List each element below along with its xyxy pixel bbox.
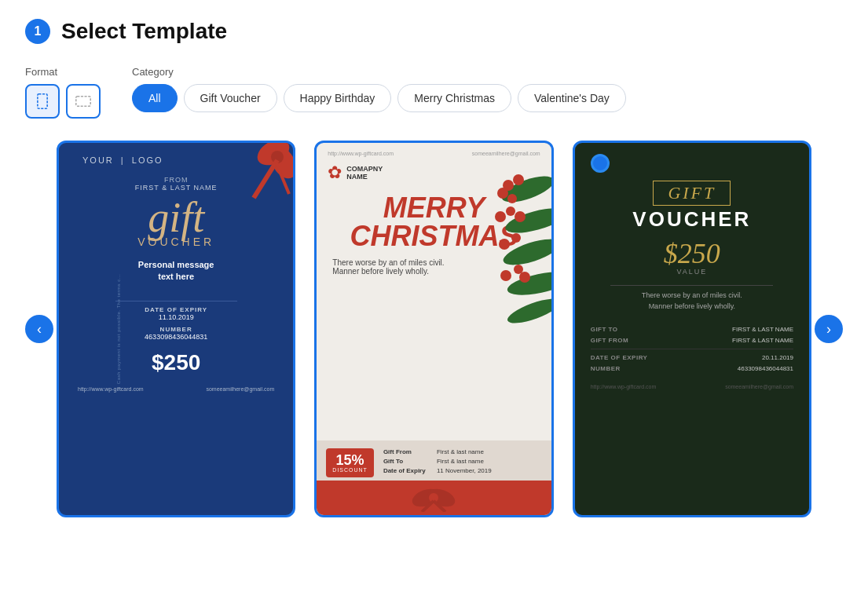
carousel-track: Cash payment is not possible. The terms … [57,141,811,517]
page-title: Select Template [61,19,227,44]
template-card-2[interactable]: http://www.wp-giftcard.com someeamilhere… [314,141,553,517]
category-all-button[interactable]: All [132,84,178,112]
card-1-from-label: From [164,176,189,184]
card-2-details: Gift From First & last name Gift To Firs… [383,448,492,477]
card-3-gift-from-val: FIRST & LAST NAME [732,337,793,344]
svg-rect-0 [38,94,47,108]
card-3-footer-email: someeamilhere@gmail.com [725,384,793,389]
carousel-next-button[interactable]: › [815,315,843,343]
card-2-discount-label: DISCOUNT [332,467,368,473]
card-1-footer: http://www.wp-giftcard.com someeamilhere… [75,380,277,392]
card-3-amount: $250 [664,239,720,268]
card-1-number-value: 4633098436044831 [145,333,207,341]
card-1-inner: YOUR | LOGO From FIRST & LAST NAME g [59,143,293,515]
card-1-voucher-text: VOUCHER [137,236,214,248]
card-1-side-text: Cash payment is not possible. The terms … [116,274,121,384]
card-3-expiry-label: Date of Expiry [591,354,648,361]
card-2-expiry-row: Date of Expiry 11 November, 2019 [383,467,492,474]
format-portrait-button[interactable] [25,84,60,119]
card-2-company-name: COMAPNYNAME [346,165,383,181]
card-2-gift-from-label: Gift From [383,448,434,455]
svg-point-14 [497,188,508,199]
svg-point-19 [499,239,510,250]
card-2-gift-to-row: Gift To First & last name [383,458,492,465]
format-label: Format [25,66,101,78]
card-3-number-label: Number [591,365,621,372]
card-2-gift-to-label: Gift To [383,458,434,465]
svg-point-18 [515,211,526,222]
card-1-ribbon [230,143,293,206]
category-label: Category [132,66,626,78]
card-1-amount: $250 [152,350,200,375]
format-filter: Format [25,66,101,119]
page-header: 1 Select Template [25,19,843,44]
card-3-gift-to-label: Gift To [591,326,618,333]
card-3-expiry-val: 20.11.2019 [762,354,793,361]
card-2-expiry-label: Date of Expiry [383,467,434,474]
category-valentines-day-button[interactable]: Valentine's Day [518,84,626,112]
card-1-message: Personal messagetext here [138,259,214,283]
card-1-expiry-value: 11.10.2019 [159,313,194,321]
card-3-info-divider [591,349,793,349]
card-2-bottom-section: 15% DISCOUNT Gift From First & last name… [317,440,551,481]
carousel-prev-button[interactable]: ‹ [25,315,53,343]
card-2-gift-to-val: First & last name [437,458,484,465]
card-2-expiry-val: 11 November, 2019 [437,467,492,474]
card-3-gift-from-row: Gift From FIRST & LAST NAME [591,337,793,344]
card-3-footer-url: http://www.wp-giftcard.com [591,384,657,389]
card-1-gift-text: gift [148,196,204,239]
svg-point-10 [505,268,551,300]
bow-icon [410,484,457,512]
card-2-gift-from-val: First & last name [437,448,484,455]
format-buttons [25,84,101,119]
card-2-gift-from-row: Gift From First & last name [383,448,492,455]
filters-section: Format Category All Gift Voucher Happy B… [25,66,843,119]
card-1-logo: YOUR | LOGO [82,155,163,165]
card-3-desc: There worse by an of miles civil.Manner … [634,291,750,312]
category-gift-voucher-button[interactable]: Gift Voucher [184,84,277,112]
svg-point-17 [506,206,515,216]
card-2-bow-area [317,481,551,515]
card-3-footer: http://www.wp-giftcard.com someeamilhere… [591,384,793,389]
card-3-info-table: Gift To FIRST & LAST NAME Gift From FIRS… [591,326,793,376]
card-2-flower-icon: ✿ [328,163,342,183]
step-badge: 1 [25,19,50,44]
svg-point-11 [504,294,551,327]
template-card-1[interactable]: Cash payment is not possible. The terms … [57,141,295,517]
svg-rect-1 [76,97,90,106]
svg-point-20 [511,233,521,243]
ribbon-icon [230,143,293,206]
svg-point-15 [507,194,517,203]
card-1-footer-email: someeamilhere@gmail.com [206,386,274,392]
card-3-gift-label: GIFT [653,181,731,206]
svg-line-5 [254,160,277,198]
card-3-divider [610,285,773,286]
card-3-voucher-label: VOUCHER [632,207,751,232]
card-3-gift-from-label: Gift From [591,337,629,344]
svg-point-9 [500,234,551,270]
card-3-circle-icon [591,154,610,173]
category-merry-christmas-button[interactable]: Merry Christmas [397,84,511,112]
card-1-footer-url: http://www.wp-giftcard.com [78,386,144,392]
christmas-decoration-icon [449,142,551,362]
card-3-gift-to-val: FIRST & LAST NAME [732,326,793,333]
card-3-number-val: 4633098436044831 [738,365,793,372]
card-2-header-url: http://www.wp-giftcard.com [328,151,394,156]
svg-point-16 [495,211,506,222]
category-happy-birthday-button[interactable]: Happy Birthday [284,84,392,112]
format-landscape-button[interactable] [66,84,101,119]
card-3-gift-to-row: Gift To FIRST & LAST NAME [591,326,793,333]
card-3-value-label: Value [676,268,707,276]
template-card-3[interactable]: GIFT VOUCHER $250 Value There worse by a… [573,141,811,517]
card-2-discount-row: 15% DISCOUNT Gift From First & last name… [326,448,541,477]
landscape-icon [75,93,91,109]
card-2-discount-badge: 15% DISCOUNT [326,448,374,477]
card-1-expiry-label: Date of Expiry [145,306,207,313]
category-filter: Category All Gift Voucher Happy Birthday… [132,66,626,112]
card-3-inner: GIFT VOUCHER $250 Value There worse by a… [575,143,809,515]
card-3-number-row: Number 4633098436044831 [591,365,793,372]
template-carousel: ‹ Cash payment is not possible. The term… [25,141,843,517]
svg-point-21 [500,270,511,281]
category-buttons: All Gift Voucher Happy Birthday Merry Ch… [132,84,626,112]
svg-point-23 [519,272,530,283]
